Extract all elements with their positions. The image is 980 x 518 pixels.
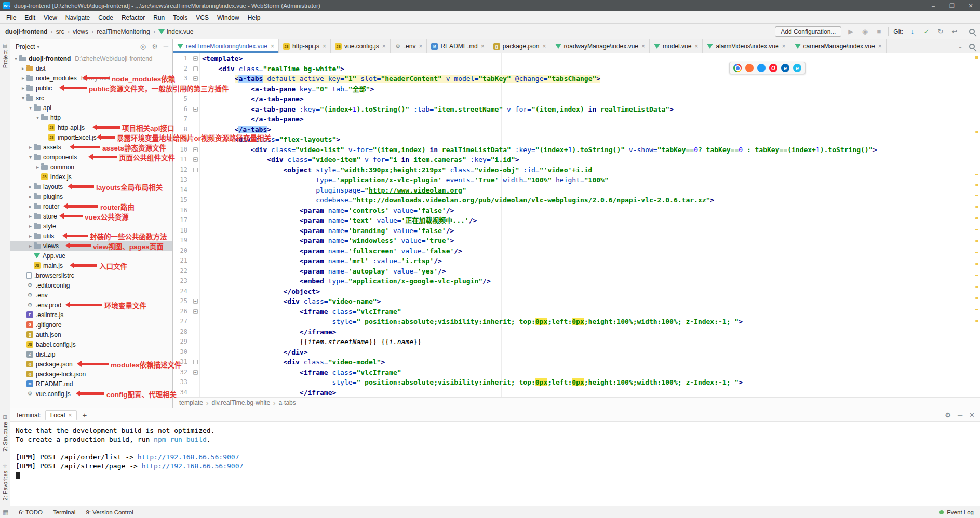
fold-icon[interactable]: − <box>192 53 200 64</box>
code-text[interactable]: </a-tab-pane> <box>200 114 304 125</box>
editor-breadcrumb-item[interactable]: a-tabs <box>278 399 296 406</box>
close-icon[interactable]: × <box>481 43 485 50</box>
code-text[interactable]: <a-tab-pane :key="(index+1).toString()" … <box>200 104 674 115</box>
tree-item-components[interactable]: ▾components <box>10 152 172 162</box>
fold-minus-icon[interactable]: − <box>193 66 198 71</box>
status-version-control[interactable]: 9: Version Control <box>86 509 133 515</box>
code-text[interactable]: </iframe> <box>200 327 336 337</box>
event-log-icon[interactable] <box>939 510 944 514</box>
warning-stripe-mark[interactable] <box>975 320 978 322</box>
git-update-icon[interactable]: ↓ <box>908 28 917 35</box>
code-text[interactable]: <a-tab-pane key="0" tab="全部"> <box>200 84 374 94</box>
warning-stripe-mark[interactable] <box>975 217 978 219</box>
expand-icon[interactable]: ▸ <box>20 65 26 71</box>
tree-item-src[interactable]: ▾src <box>10 93 172 103</box>
tree-item-style[interactable]: ▸style <box>10 221 172 231</box>
tree-item-plugins[interactable]: ▸plugins <box>10 192 172 201</box>
chevron-down-icon[interactable]: ▾ <box>37 44 39 49</box>
tool-window-structure-button[interactable]: ⊞ 7: Structure <box>2 414 8 452</box>
editor-tab[interactable]: JSvue.config.js× <box>331 39 391 53</box>
expand-icon[interactable]: ▸ <box>27 144 34 150</box>
close-button[interactable]: ✕ <box>961 0 980 11</box>
breadcrumb-item[interactable]: duoji-frontend <box>5 28 47 35</box>
code-text[interactable]: </object> <box>200 287 320 297</box>
close-icon[interactable]: × <box>271 43 274 50</box>
code-text[interactable]: codebase="http://downloads.videolan.org/… <box>200 195 714 206</box>
terminal-output[interactable]: Note that the development build is not o… <box>10 422 980 506</box>
expand-icon[interactable]: ▸ <box>27 243 34 249</box>
editor-breadcrumb-item[interactable]: div.realTime.bg-white <box>211 399 270 406</box>
stop-icon[interactable]: ■ <box>874 28 883 35</box>
close-icon[interactable]: × <box>782 43 786 50</box>
close-icon[interactable]: × <box>543 43 546 50</box>
tree-item-dist[interactable]: ▸dist <box>10 63 172 73</box>
warning-stripe-mark[interactable] <box>975 229 978 230</box>
tree-item-store[interactable]: ▸store <box>10 211 172 221</box>
warning-stripe-mark[interactable] <box>975 206 978 208</box>
tool-window-favorites-button[interactable]: ☆ 2: Favorites <box>2 463 8 500</box>
fold-icon[interactable]: − <box>192 64 200 74</box>
fold-minus-icon[interactable]: − <box>193 76 198 81</box>
warning-stripe-mark[interactable] <box>975 195 978 196</box>
code-text[interactable]: <div class="realTime bg-white"> <box>200 64 344 74</box>
collapse-icon[interactable]: ▾ <box>27 154 34 160</box>
code-text[interactable]: <param name='mrl' :value='i.rtsp'/> <box>200 256 442 266</box>
warning-stripe-mark[interactable] <box>975 184 978 186</box>
fold-icon[interactable]: − <box>192 145 200 155</box>
warning-stripe-mark[interactable] <box>975 309 978 310</box>
close-icon[interactable]: × <box>323 43 326 50</box>
gear-icon[interactable]: ⚙ <box>945 411 951 419</box>
fold-minus-icon[interactable]: − <box>193 309 198 314</box>
locate-file-icon[interactable]: ◎ <box>140 43 146 50</box>
browser-explorer-icon[interactable]: e <box>793 64 801 72</box>
hidden-tabs-icon[interactable]: ⌄ <box>958 43 963 50</box>
editor-tab[interactable]: JShttp-api.js× <box>279 39 331 53</box>
code-text[interactable]: {{item.streetName}} {{i.name}} <box>200 337 422 347</box>
fold-minus-icon[interactable]: − <box>193 157 198 162</box>
close-icon[interactable]: × <box>382 43 386 50</box>
code-text[interactable]: <a-tabs default-active-key="1" slot="hea… <box>200 74 600 84</box>
tree-item-index-js[interactable]: JSindex.js <box>10 172 172 182</box>
editor-tab[interactable]: alarmVideos\index.vue× <box>703 39 790 53</box>
tree-item--gitignore[interactable]: G.gitignore <box>10 320 172 330</box>
terminal-link[interactable]: http://192.168.66.56:9007 <box>138 453 239 461</box>
menu-item-refactor[interactable]: Refactor <box>117 14 149 21</box>
expand-icon[interactable]: ▸ <box>27 213 34 219</box>
breadcrumb-item[interactable]: views <box>73 28 88 35</box>
warning-stripe-mark[interactable] <box>975 252 978 253</box>
warning-stripe-mark[interactable] <box>975 174 978 175</box>
fold-minus-icon[interactable]: − <box>193 107 198 112</box>
editor-tab[interactable]: realTimeMonitoring\index.vue× <box>173 39 279 53</box>
breadcrumb-item[interactable]: realTimeMonitoring <box>97 28 150 35</box>
editor-tab[interactable]: model.vue× <box>650 39 703 53</box>
code-text[interactable]: <iframe class="vlcIframe" <box>200 307 401 317</box>
tree-item-utils[interactable]: ▸utils <box>10 231 172 241</box>
editor-tab[interactable]: roadwayManage\index.vue× <box>551 39 650 53</box>
expand-icon[interactable]: ▸ <box>20 85 26 91</box>
new-terminal-button[interactable]: + <box>82 411 87 419</box>
search-icon[interactable] <box>969 44 975 49</box>
tree-item--editorconfig[interactable]: ⚙.editorconfig <box>10 280 172 290</box>
tree-item-package-lock-json[interactable]: {}package-lock.json <box>10 369 172 379</box>
git-rollback-icon[interactable]: ↩ <box>950 28 959 35</box>
terminal-tab-local[interactable]: Local × <box>45 410 77 420</box>
fold-icon[interactable]: − <box>192 165 200 175</box>
close-icon[interactable]: × <box>68 412 72 419</box>
tree-item-auth-json[interactable]: {}auth.json <box>10 330 172 339</box>
editor-tab[interactable]: cameraManage\index.vue× <box>790 39 887 53</box>
warning-stripe-mark[interactable] <box>975 131 978 133</box>
menu-item-view[interactable]: View <box>39 14 61 21</box>
close-icon[interactable]: × <box>419 43 422 50</box>
tree-item-node-modules[interactable]: ▸node_moduleslibrary root <box>10 73 172 83</box>
expand-icon[interactable]: ▸ <box>27 223 34 229</box>
code-text[interactable]: </div> <box>200 347 308 358</box>
tree-item--env-prod[interactable]: ⚙.env.prod <box>10 300 172 310</box>
tree-item-importexcel-js[interactable]: JSimportExcel.js <box>10 132 172 142</box>
fold-icon[interactable]: − <box>192 74 200 84</box>
code-text[interactable]: <div class="video-item" v-for="i in item… <box>200 155 519 165</box>
code-text[interactable]: <div class="flex-layouts"> <box>200 134 340 145</box>
fold-minus-icon[interactable]: − <box>193 56 198 61</box>
fold-icon[interactable]: − <box>192 357 200 367</box>
tree-item-http[interactable]: ▾http <box>10 113 172 122</box>
code-text[interactable]: type='application/x-vlc-plugin' events='… <box>200 175 609 185</box>
